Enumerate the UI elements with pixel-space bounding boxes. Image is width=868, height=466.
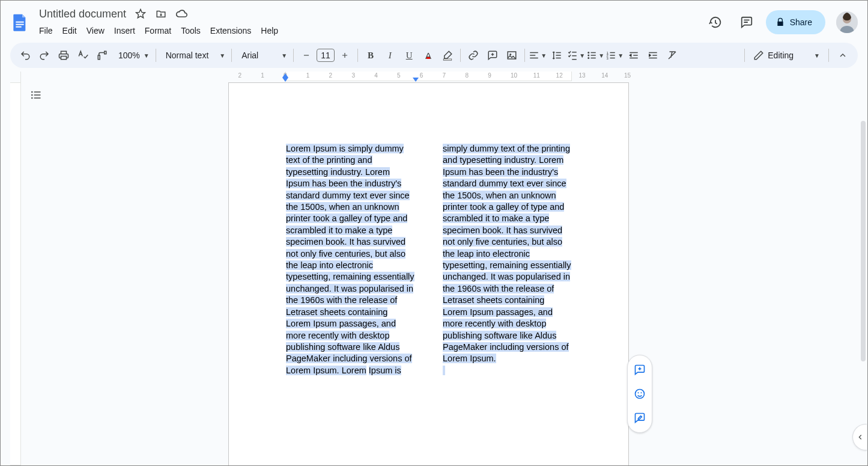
cloud-status-icon[interactable]	[174, 7, 189, 21]
menu-format[interactable]: Format	[140, 25, 176, 37]
svg-point-8	[587, 52, 589, 54]
separator	[293, 49, 294, 62]
account-avatar[interactable]	[836, 11, 858, 33]
svg-rect-1	[16, 24, 23, 25]
increase-indent-button[interactable]	[644, 46, 662, 64]
decrease-indent-button[interactable]	[625, 46, 643, 64]
caret-down-icon: ▼	[598, 52, 604, 59]
separator	[460, 49, 461, 62]
svg-point-17	[636, 390, 645, 399]
insert-image-button[interactable]	[503, 46, 521, 64]
svg-point-10	[587, 57, 589, 59]
menu-bar: File Edit View Insert Format Tools Exten…	[34, 22, 283, 39]
title-bar: Untitled document File Edit View Insert …	[1, 1, 867, 39]
separator	[231, 49, 232, 62]
docs-logo[interactable]	[8, 10, 32, 34]
menu-help[interactable]: Help	[256, 25, 283, 37]
history-icon[interactable]	[703, 10, 727, 34]
document-canvas[interactable]: 210123456789101112131415 Lorem Ipsum is …	[21, 72, 867, 465]
paragraph-style-dropdown[interactable]: Normal text▼	[160, 51, 228, 60]
numbered-list-dropdown[interactable]: 123▼	[605, 46, 624, 64]
line-spacing-dropdown[interactable]	[548, 46, 566, 64]
svg-point-19	[641, 392, 642, 393]
separator	[828, 49, 829, 62]
toolbar: 100%▼ Normal text▼ Arial▼ B I U A ▼ ▼ ▼ …	[10, 43, 858, 68]
undo-button[interactable]	[16, 46, 34, 64]
font-value: Arial	[241, 51, 258, 60]
caret-down-icon: ▼	[814, 52, 820, 59]
comments-icon[interactable]	[735, 10, 759, 34]
vertical-scrollbar[interactable]	[858, 72, 867, 465]
font-dropdown[interactable]: Arial▼	[235, 51, 290, 60]
caret-down-icon: ▼	[281, 52, 287, 59]
redo-button[interactable]	[35, 46, 53, 64]
paint-format-button[interactable]	[93, 46, 111, 64]
separator	[524, 49, 525, 62]
paragraph-style-value: Normal text	[166, 51, 209, 60]
add-comment-button[interactable]	[484, 46, 502, 64]
highlight-color-button[interactable]	[439, 46, 457, 64]
align-dropdown[interactable]: ▼	[529, 46, 547, 64]
spellcheck-button[interactable]	[74, 46, 92, 64]
separator	[156, 49, 156, 62]
editing-mode-dropdown[interactable]: Editing ▼	[750, 50, 824, 61]
vertical-ruler[interactable]: 12345678910111213141516	[1, 72, 21, 465]
bold-button[interactable]: B	[362, 46, 380, 64]
zoom-dropdown[interactable]: 100%▼	[112, 51, 152, 60]
suggest-edits-button[interactable]	[629, 407, 651, 429]
italic-button[interactable]: I	[381, 46, 399, 64]
caret-down-icon: ▼	[618, 52, 624, 59]
caret-down-icon: ▼	[219, 52, 225, 59]
svg-point-18	[638, 392, 639, 393]
underline-button[interactable]: U	[400, 46, 418, 64]
svg-rect-5	[443, 59, 452, 60]
svg-point-9	[587, 55, 589, 57]
share-label: Share	[790, 17, 812, 27]
page-body[interactable]: Lorem Ipsum is simply dummy text of the …	[229, 83, 628, 406]
decrease-font-size-button[interactable]	[297, 46, 315, 64]
editing-mode-label: Editing	[768, 51, 794, 60]
menu-edit[interactable]: Edit	[58, 25, 82, 37]
svg-rect-0	[16, 22, 23, 23]
share-button[interactable]: Share	[766, 10, 825, 34]
pencil-icon	[753, 50, 764, 61]
horizontal-ruler[interactable]	[285, 72, 572, 81]
caret-down-icon: ▼	[144, 52, 150, 59]
selected-text-column1[interactable]: Lorem Ipsum is simply dummy text of the …	[286, 144, 414, 375]
document-title[interactable]: Untitled document	[37, 7, 129, 21]
floating-action-bar	[627, 355, 652, 433]
separator	[357, 49, 358, 62]
star-icon[interactable]	[133, 7, 148, 21]
menu-tools[interactable]: Tools	[176, 25, 205, 37]
insert-link-button[interactable]	[464, 46, 482, 64]
add-comment-floating-button[interactable]	[629, 359, 651, 381]
checklist-dropdown[interactable]: ▼	[567, 46, 585, 64]
separator	[744, 49, 745, 62]
menu-insert[interactable]: Insert	[109, 25, 140, 37]
zoom-value: 100%	[115, 51, 141, 60]
caret-down-icon: ▼	[541, 52, 547, 59]
svg-point-7	[509, 54, 511, 55]
move-icon[interactable]	[154, 7, 168, 21]
workspace: 12345678910111213141516 2101234567891011…	[1, 72, 867, 465]
bulleted-list-dropdown[interactable]: ▼	[586, 46, 604, 64]
text-color-button[interactable]: A	[419, 46, 437, 64]
print-button[interactable]	[55, 46, 73, 64]
caret-down-icon: ▼	[579, 52, 585, 59]
collapse-toolbar-button[interactable]	[834, 46, 852, 64]
svg-text:3: 3	[607, 57, 609, 60]
page[interactable]: Lorem Ipsum is simply dummy text of the …	[228, 82, 629, 465]
menu-extensions[interactable]: Extensions	[205, 25, 256, 37]
increase-font-size-button[interactable]	[336, 46, 354, 64]
add-emoji-reaction-button[interactable]	[629, 383, 651, 405]
lock-icon	[775, 17, 785, 27]
menu-view[interactable]: View	[82, 25, 109, 37]
clear-formatting-button[interactable]	[663, 46, 681, 64]
font-size-input[interactable]	[317, 49, 335, 62]
svg-rect-2	[16, 26, 21, 28]
menu-file[interactable]: File	[34, 25, 58, 37]
